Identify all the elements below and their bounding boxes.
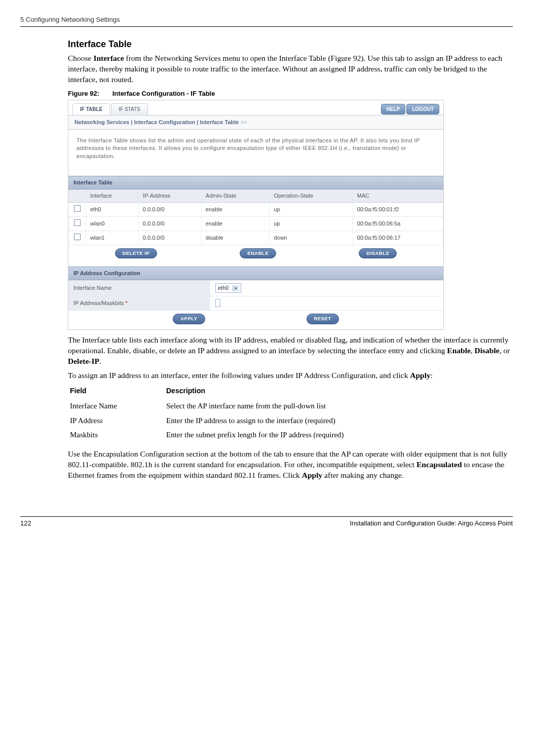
th-field: Field [70,385,166,399]
row-checkbox[interactable] [74,205,81,212]
delete-ip-button[interactable]: DELETE IP [115,248,158,259]
table-action-row: DELETE IP ENABLE DISABLE [68,245,443,267]
select-value: eth0 [218,284,229,292]
field-name: IP Address [70,413,166,428]
field-name: Interface Name [70,399,166,413]
label-ip-maskbits-text: IP Address/Maskbits [73,300,124,306]
row-checkbox[interactable] [74,219,81,226]
bold-apply: Apply [410,371,431,380]
th-interface: Interface [86,190,139,202]
ip-maskbits-input[interactable] [215,299,220,307]
intro-paragraph: Choose Interface from the Networking Ser… [68,53,513,85]
cell-ip: 0.0.0.0/0 [138,216,201,231]
table-row: Maskbits Enter the subnet prefix length … [70,428,364,442]
interface-table: Interface IP-Address Admin-State Operati… [68,190,443,245]
th-mac: MAC [353,190,443,202]
cell-op: up [270,203,353,217]
reset-button[interactable]: RESET [307,314,339,324]
bold-delete-ip: Delete-IP [68,357,99,365]
after-figure-p1: The Interface table lists each interface… [68,335,513,367]
ip-config-actions: APPLY RESET [68,311,443,329]
field-desc: Select the AP interface name from the pu… [166,399,364,413]
figure-image: IF TABLE IF STATS HELP LOGOUT Networking… [68,100,444,330]
bold-apply: Apply [302,471,323,479]
figure-label: Figure 92: [68,90,99,97]
cell-mac: 00:0a:f5:00:06:5a [353,216,443,231]
field-desc: Enter the subnet prefix length for the I… [166,428,364,442]
cell-admin: enable [201,203,270,217]
label-interface-name: Interface Name [68,280,210,296]
required-marker: * [124,300,127,306]
field-description-table: Field Description Interface Name Select … [70,385,364,442]
cell-op: down [270,231,353,245]
breadcrumb: Networking Services | Interface Configur… [68,115,443,130]
intro-bold-interface: Interface [93,54,124,62]
txt: To assign an IP address to an interface,… [68,371,410,380]
table-row: wlan1 0.0.0.0/0 disable down 00:0a:f5:00… [68,231,443,245]
cell-ip: 0.0.0.0/0 [138,203,201,217]
breadcrumb-text: Networking Services | Interface Configur… [74,119,239,125]
intro-text-post: from the Networking Services menu to ope… [68,54,502,84]
checkbox-header [68,190,86,202]
table-row: wlan0 0.0.0.0/0 enable up 00:0a:f5:00:06… [68,216,443,231]
th-ip: IP-Address [138,190,201,202]
cell-op: up [270,216,353,231]
txt: . [99,357,101,365]
bold-encapsulated: Encapsulated [416,460,462,469]
chapter-label: 5 Configuring Networking Settings [20,16,120,23]
ip-config-heading: IP Address Configuration [68,267,443,280]
page-number: 122 [20,519,31,528]
page-header: 5 Configuring Networking Settings [20,15,513,27]
page-footer: 122 Installation and Configuration Guide… [20,516,513,528]
tab-if-stats[interactable]: IF STATS [111,103,147,115]
txt: after making any change. [322,471,404,479]
cell-iface: eth0 [86,203,139,217]
footer-title: Installation and Configuration Guide: Ai… [350,519,513,528]
th-op: Operation-State [270,190,353,202]
enable-button[interactable]: ENABLE [240,248,276,259]
figure-tab-bar: IF TABLE IF STATS HELP LOGOUT [68,100,443,115]
logout-button[interactable]: LOGOUT [406,104,439,115]
encap-paragraph: Use the Encapsulation Configuration sect… [68,449,513,481]
table-row: eth0 0.0.0.0/0 enable up 00:0a:f5:00:01:… [68,203,443,217]
tab-if-table[interactable]: IF TABLE [72,103,110,115]
ip-config-form: Interface Name eth0 ▾ IP Address/Maskbit… [68,280,443,311]
cell-iface: wlan1 [86,231,139,245]
field-name: Maskbits [70,428,166,442]
figure-title: Interface Configuration - IF Table [112,90,215,97]
th-admin: Admin-State [201,190,270,202]
figure-description: The Interface Table shows list the admin… [68,130,443,176]
figure-caption: Figure 92: Interface Configuration - IF … [68,89,513,98]
field-desc: Enter the IP address to assign to the in… [166,413,364,428]
table-row: Interface Name Select the AP interface n… [70,399,364,413]
cell-mac: 00:0a:f5:00:01:f2 [353,203,443,217]
help-button[interactable]: HELP [381,104,406,115]
th-description: Description [166,385,364,399]
cell-mac: 00:0a:f5:00:06:17 [353,231,443,245]
interface-name-select[interactable]: eth0 ▾ [215,283,241,293]
txt: : [431,371,433,380]
bold-enable: Enable [447,346,471,355]
bold-disable: Disable [475,346,500,355]
txt: , [471,346,475,355]
intro-text-pre: Choose [68,54,93,62]
interface-table-heading: Interface Table [68,176,443,190]
apply-button[interactable]: APPLY [173,314,205,324]
txt: The Interface table lists each interface… [68,335,509,355]
breadcrumb-arrow: >> [239,119,247,125]
cell-ip: 0.0.0.0/0 [138,231,201,245]
figure-header-buttons: HELP LOGOUT [381,104,439,115]
row-checkbox[interactable] [74,234,81,240]
cell-admin: enable [201,216,270,231]
label-ip-maskbits: IP Address/Maskbits * [68,296,210,311]
cell-iface: wlan0 [86,216,139,231]
after-figure-p2: To assign an IP address to an interface,… [68,370,513,381]
disable-button[interactable]: DISABLE [359,248,397,259]
chevron-down-icon: ▾ [233,285,239,291]
cell-admin: disable [201,231,270,245]
section-title: Interface Table [68,38,513,50]
txt: , or [500,346,510,355]
table-row: IP Address Enter the IP address to assig… [70,413,364,428]
